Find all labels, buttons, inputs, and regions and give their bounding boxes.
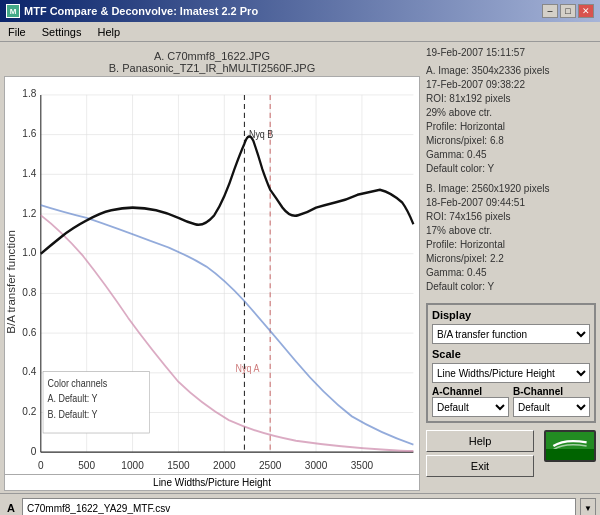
svg-text:1500: 1500 xyxy=(167,458,189,471)
info-box: 19-Feb-2007 15:11:57 A. Image: 3504x2336… xyxy=(426,46,596,300)
a-channel-col: A-Channel Default R G B xyxy=(432,386,509,417)
image-b-above: 17% above ctr. xyxy=(426,224,596,238)
image-a-date: 17-Feb-2007 09:38:22 xyxy=(426,78,596,92)
chart-svg: 0 0.2 0.4 0.6 0.8 1.0 1.2 1.4 1.6 1.8 xyxy=(5,77,419,474)
svg-text:500: 500 xyxy=(78,458,95,471)
x-axis-label: Line Widths/Picture Height xyxy=(4,475,420,491)
display-title: Display xyxy=(432,309,590,321)
help-button[interactable]: Help xyxy=(426,430,534,452)
svg-text:0: 0 xyxy=(38,458,44,471)
svg-text:1000: 1000 xyxy=(121,458,143,471)
image-a-color: Default color: Y xyxy=(426,162,596,176)
image-b-profile: Profile: Horizontal xyxy=(426,238,596,252)
image-a-above: 29% above ctr. xyxy=(426,106,596,120)
chart-label-b: B. Panasonic_TZ1_IR_hMULTI2560F.JPG xyxy=(4,62,420,74)
svg-text:0.6: 0.6 xyxy=(22,325,36,338)
svg-text:0.2: 0.2 xyxy=(22,404,36,417)
svg-text:B/A transfer function: B/A transfer function xyxy=(6,230,17,334)
window-title: MTF Compare & Deconvolve: Imatest 2.2 Pr… xyxy=(24,5,258,17)
scale-title: Scale xyxy=(432,348,590,360)
svg-text:2500: 2500 xyxy=(259,458,281,471)
svg-text:1.8: 1.8 xyxy=(22,87,36,100)
file-a-input[interactable] xyxy=(22,498,576,515)
image-a-label: A. Image: xyxy=(426,65,469,76)
display-box: Display B/A transfer function MTF A MTF … xyxy=(426,303,596,423)
image-b-color: Default color: Y xyxy=(426,280,596,294)
display-select[interactable]: B/A transfer function MTF A MTF B MTF A … xyxy=(432,324,590,344)
svg-rect-47 xyxy=(546,431,594,461)
svg-text:3500: 3500 xyxy=(351,458,373,471)
minimize-button[interactable]: – xyxy=(542,4,558,18)
svg-text:0: 0 xyxy=(31,444,37,457)
image-b-date: 18-Feb-2007 09:44:51 xyxy=(426,196,596,210)
svg-text:B. Default: Y: B. Default: Y xyxy=(48,408,99,420)
chart-label-a: A. C70mmf8_1622.JPG xyxy=(4,50,420,62)
svg-rect-48 xyxy=(546,450,594,461)
image-a-gamma: Gamma: 0.45 xyxy=(426,148,596,162)
chart-labels: A. C70mmf8_1622.JPG B. Panasonic_TZ1_IR_… xyxy=(4,46,420,76)
svg-text:0.4: 0.4 xyxy=(22,365,36,378)
help-exit-area: Help Exit Imatest xyxy=(426,430,596,477)
svg-text:Nyq A: Nyq A xyxy=(235,362,259,374)
menu-settings[interactable]: Settings xyxy=(38,25,86,39)
maximize-button[interactable]: □ xyxy=(560,4,576,18)
menu-bar: File Settings Help xyxy=(0,22,600,42)
image-b-gamma: Gamma: 0.45 xyxy=(426,266,596,280)
image-a-microns: Microns/pixel: 6.8 xyxy=(426,134,596,148)
image-a-size: 3504x2336 pixels xyxy=(472,65,550,76)
image-b-label: B. Image: xyxy=(426,183,469,194)
file-a-dropdown[interactable]: ▼ xyxy=(580,498,596,515)
b-channel-col: B-Channel Default R G B xyxy=(513,386,590,417)
image-a-profile: Profile: Horizontal xyxy=(426,120,596,134)
close-button[interactable]: ✕ xyxy=(578,4,594,18)
exit-button[interactable]: Exit xyxy=(426,455,534,477)
a-channel-select[interactable]: Default R G B xyxy=(432,397,509,417)
svg-text:2000: 2000 xyxy=(213,458,235,471)
image-a-info: A. Image: 3504x2336 pixels 17-Feb-2007 0… xyxy=(426,64,596,176)
image-a-roi: ROI: 81x192 pixels xyxy=(426,92,596,106)
svg-text:1.6: 1.6 xyxy=(22,127,36,140)
b-channel-select[interactable]: Default R G B xyxy=(513,397,590,417)
image-b-microns: Microns/pixel: 2.2 xyxy=(426,252,596,266)
b-channel-label: B-Channel xyxy=(513,386,590,397)
image-b-roi: ROI: 74x156 pixels xyxy=(426,210,596,224)
svg-text:0.8: 0.8 xyxy=(22,285,36,298)
channel-row: A-Channel Default R G B B-Channel Defaul… xyxy=(432,386,590,417)
title-bar: M MTF Compare & Deconvolve: Imatest 2.2 … xyxy=(0,0,600,22)
timestamp: 19-Feb-2007 15:11:57 xyxy=(426,46,596,60)
image-b-info: B. Image: 2560x1920 pixels 18-Feb-2007 0… xyxy=(426,182,596,294)
main-area: A. C70mmf8_1622.JPG B. Panasonic_TZ1_IR_… xyxy=(0,42,600,493)
scale-select[interactable]: Line Widths/Picture Height Cycles/Pixel … xyxy=(432,363,590,383)
svg-text:Imatest: Imatest xyxy=(559,453,582,460)
svg-text:A. Default: Y: A. Default: Y xyxy=(48,393,99,405)
menu-help[interactable]: Help xyxy=(93,25,124,39)
app-icon: M xyxy=(6,4,20,18)
svg-text:3000: 3000 xyxy=(305,458,327,471)
svg-text:1.4: 1.4 xyxy=(22,166,36,179)
imatest-logo: Imatest xyxy=(544,430,596,462)
a-channel-label: A-Channel xyxy=(432,386,509,397)
svg-text:Color channels: Color channels xyxy=(48,377,108,389)
right-panel: 19-Feb-2007 15:11:57 A. Image: 3504x2336… xyxy=(422,42,600,493)
file-row-a: A ▼ xyxy=(4,498,596,515)
svg-text:1.2: 1.2 xyxy=(22,206,36,219)
svg-text:1.0: 1.0 xyxy=(22,246,36,259)
file-a-label: A xyxy=(4,502,18,514)
menu-file[interactable]: File xyxy=(4,25,30,39)
image-b-size: 2560x1920 pixels xyxy=(472,183,550,194)
